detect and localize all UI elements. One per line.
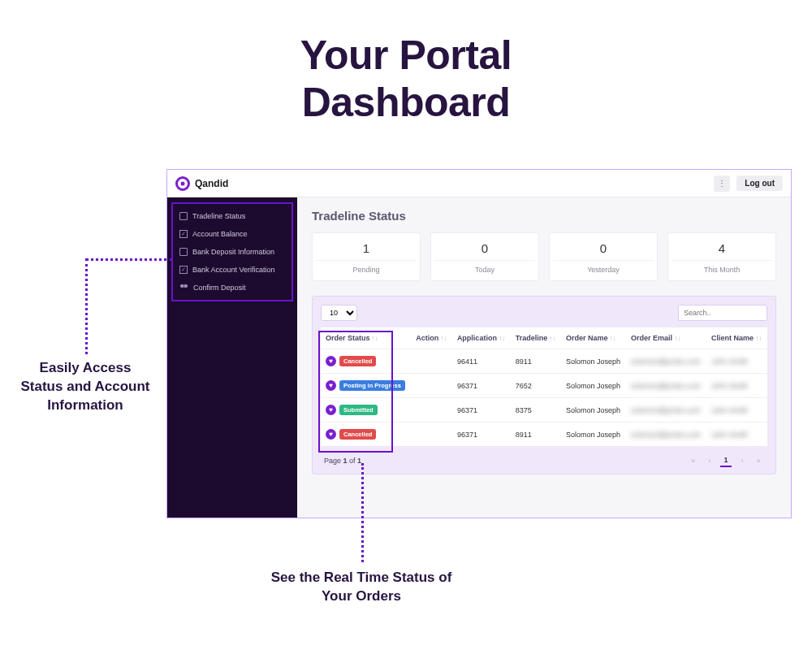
stat-card-today[interactable]: 0 Today (430, 232, 539, 281)
callout-sidebar: Easily Access Status and Account Informa… (20, 359, 150, 415)
sort-icon: ↑↓ (440, 335, 447, 342)
sort-icon: ↑↓ (755, 335, 762, 342)
cell-order-email: solomon@probo.com (626, 398, 706, 422)
stat-card-yesterday[interactable]: 0 Yesterday (549, 232, 658, 281)
connector-left-horizontal (85, 258, 173, 261)
sort-icon: ↑↓ (549, 335, 555, 342)
kebab-icon: ⋮ (718, 179, 726, 188)
sidebar-item-bank-account-verification[interactable]: Bank Account Verification (173, 261, 292, 279)
status-cell: ♥Posting in Progress (326, 380, 406, 391)
heart-icon: ♥ (326, 429, 336, 440)
cell-tradeline: 7652 (511, 374, 561, 398)
document-icon (179, 248, 188, 256)
stat-label: Pending (316, 260, 417, 274)
col-client-name[interactable]: Client Name↑↓ (706, 327, 767, 349)
table-row[interactable]: ♥Cancelled964118911Solomon Josephsolomon… (321, 349, 767, 374)
cell-action (411, 374, 452, 398)
stat-label: This Month (672, 260, 772, 274)
table-row[interactable]: ♥Cancelled963718911Solomon Josephsolomon… (321, 422, 767, 447)
brand-logo-icon (175, 176, 190, 191)
table-row[interactable]: ♥Posting in Progress963717652Solomon Jos… (321, 374, 767, 398)
col-application[interactable]: Application↑↓ (452, 327, 511, 349)
stat-card-this-month[interactable]: 4 This Month (667, 232, 776, 281)
table-footer: Page 1 of 1 « ‹ 1 › » (321, 446, 767, 469)
sidebar-item-bank-deposit-info[interactable]: Bank Deposit Information (173, 243, 292, 261)
brand[interactable]: Qandid (167, 170, 297, 197)
cell-application: 96371 (452, 374, 511, 398)
connector-left-vertical (85, 258, 88, 354)
stat-label: Today (434, 260, 535, 274)
status-cell: ♥Submitted (326, 405, 406, 415)
check-icon (179, 230, 188, 238)
sidebar-item-tradeline-status[interactable]: Tradeline Status (173, 207, 292, 225)
cell-application: 96411 (452, 349, 511, 374)
table-header-row: Order Status↑↓ Action↑↓ Application↑↓ Tr… (321, 327, 767, 349)
col-tradeline[interactable]: Tradeline↑↓ (511, 327, 561, 349)
topbar: ⋮ Log out (297, 170, 791, 197)
status-cell: ♥Cancelled (326, 356, 406, 366)
nav-highlight-box: Tradeline Status Account Balance Bank De… (171, 202, 293, 301)
hero-line2: Dashboard (0, 80, 812, 127)
cell-tradeline: 8911 (511, 349, 561, 374)
cell-client-name: John Smith (706, 349, 767, 374)
col-action[interactable]: Action↑↓ (411, 327, 452, 349)
page-title: Tradeline Status (312, 209, 776, 223)
cell-client-name: John Smith (706, 398, 767, 422)
pager: « ‹ 1 › » (688, 454, 764, 467)
col-order-email[interactable]: Order Email↑↓ (626, 327, 706, 349)
list-icon (179, 212, 188, 220)
sort-icon: ↑↓ (499, 335, 505, 342)
sort-icon: ↑↓ (372, 335, 378, 342)
col-order-status[interactable]: Order Status↑↓ (321, 327, 411, 349)
cell-order-email: solomon@probo.com (626, 422, 706, 447)
cell-order-name: Solomon Joseph (561, 349, 626, 374)
stat-value: 1 (316, 241, 417, 255)
status-pill: Cancelled (339, 429, 376, 440)
status-cell: ♥Cancelled (326, 429, 406, 440)
rows-per-page-select[interactable]: 10 (321, 305, 357, 321)
sidebar-item-confirm-deposit[interactable]: Confirm Deposit (173, 279, 292, 297)
heart-icon: ♥ (326, 356, 336, 366)
cell-action (411, 422, 452, 447)
stat-card-pending[interactable]: 1 Pending (312, 232, 421, 281)
sort-icon: ↑↓ (674, 335, 680, 342)
pager-next[interactable]: › (736, 454, 748, 467)
cell-application: 96371 (452, 422, 511, 447)
person-icon (179, 284, 188, 292)
heart-icon: ♥ (326, 380, 336, 391)
logout-button[interactable]: Log out (736, 176, 783, 191)
pager-last[interactable]: » (753, 454, 764, 467)
cell-order-name: Solomon Joseph (561, 398, 626, 422)
connector-bottom-vertical (361, 463, 364, 562)
cell-application: 96371 (452, 398, 511, 422)
callout-orders: See the Real Time Status of Your Orders (260, 569, 463, 606)
check-icon (179, 266, 188, 274)
cell-tradeline: 8911 (511, 422, 561, 447)
cell-action (411, 349, 452, 374)
more-menu-button[interactable]: ⋮ (714, 176, 730, 192)
sort-icon: ↑↓ (610, 335, 616, 342)
pager-first[interactable]: « (688, 454, 699, 467)
status-pill: Submitted (339, 405, 378, 415)
status-pill: Cancelled (339, 356, 376, 366)
brand-name: Qandid (195, 178, 228, 189)
table-controls: 10 (321, 305, 767, 321)
cell-client-name: John Smith (706, 374, 767, 398)
sidebar-item-label: Bank Deposit Information (192, 248, 274, 256)
cell-client-name: John Smith (706, 422, 767, 447)
pager-current[interactable]: 1 (720, 454, 732, 467)
sidebar-item-account-balance[interactable]: Account Balance (173, 225, 292, 243)
orders-table: Order Status↑↓ Action↑↓ Application↑↓ Tr… (321, 327, 767, 446)
search-input[interactable] (678, 305, 767, 321)
cell-order-email: solomon@probo.com (626, 349, 706, 374)
cell-order-email: solomon@probo.com (626, 374, 706, 398)
stat-value: 0 (434, 241, 535, 255)
sidebar-item-label: Account Balance (192, 230, 248, 238)
app-frame: Qandid Tradeline Status Account Balance … (166, 169, 792, 518)
table-row[interactable]: ♥Submitted963718375Solomon Josephsolomon… (321, 398, 767, 422)
col-order-name[interactable]: Order Name↑↓ (561, 327, 626, 349)
cell-tradeline: 8375 (511, 398, 561, 422)
stat-label: Yesterday (553, 260, 654, 274)
pager-prev[interactable]: ‹ (704, 454, 715, 467)
main-content: Tradeline Status 1 Pending 0 Today 0 Yes… (297, 197, 791, 518)
